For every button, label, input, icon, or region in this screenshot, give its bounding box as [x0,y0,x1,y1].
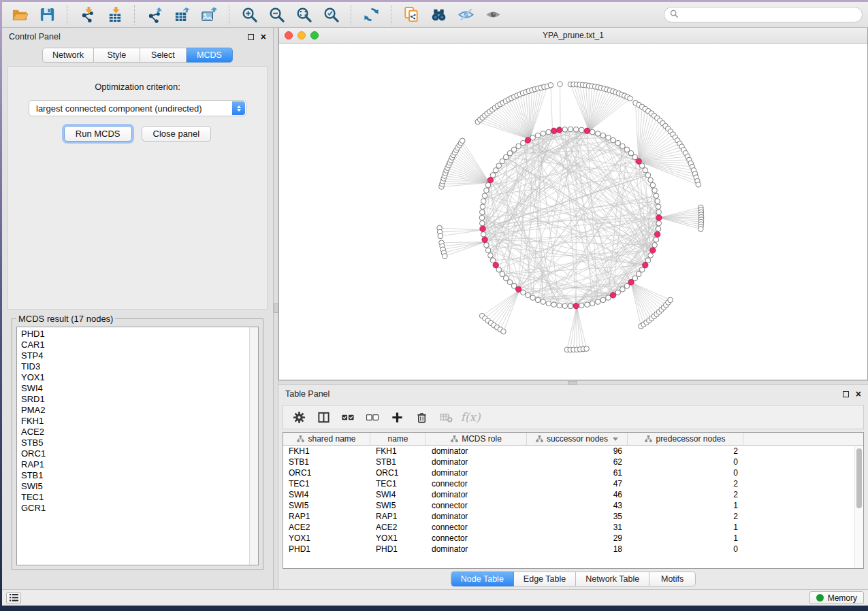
delete-table-icon[interactable] [438,410,453,424]
graph-node[interactable] [654,237,659,243]
table-scrollbar[interactable] [854,446,863,568]
graph-node[interactable] [668,297,673,303]
graph-node[interactable] [496,163,502,169]
graph-hub-node[interactable] [656,215,662,220]
graph-node[interactable] [541,131,546,137]
copy-style-icon[interactable] [399,4,423,26]
graph-node[interactable] [551,302,557,308]
graph-node[interactable] [482,193,487,199]
graph-node[interactable] [548,82,553,88]
search-input[interactable] [664,7,863,22]
graph-node[interactable] [568,303,573,309]
mcds-result-item[interactable]: TEC1 [21,492,258,503]
graph-node[interactable] [620,144,626,149]
graph-node[interactable] [480,220,485,226]
column-header-name[interactable]: name [370,433,426,445]
float-panel-icon[interactable] [843,391,849,397]
splitter-grip[interactable] [568,381,577,384]
graph-node[interactable] [615,290,621,295]
graph-node[interactable] [615,140,621,146]
graph-hub-node[interactable] [557,127,562,133]
graph-node[interactable] [503,276,509,281]
graph-node[interactable] [656,227,661,232]
table-row[interactable]: SWI4SWI4dominator462 [283,489,863,500]
graph-hub-node[interactable] [515,286,521,292]
graph-node[interactable] [628,150,634,156]
graph-node[interactable] [490,173,496,178]
graph-node[interactable] [501,329,507,334]
graph-node[interactable] [655,199,660,204]
delete-column-icon[interactable] [414,410,429,424]
graph-hub-node[interactable] [480,226,485,231]
graph-node[interactable] [516,144,521,149]
mcds-result-item[interactable]: STP4 [21,350,258,361]
zoom-fit-icon[interactable] [291,4,316,26]
close-panel-button[interactable]: Close panel [142,126,212,142]
export-image-icon[interactable] [197,4,221,26]
graph-node[interactable] [562,127,568,133]
mcds-result-item[interactable]: SRD1 [21,394,258,405]
show-all-icon[interactable] [481,4,505,26]
import-table-icon[interactable] [102,4,127,26]
close-panel-icon[interactable]: × [261,33,266,40]
graph-hub-node[interactable] [655,231,660,237]
vertical-splitter[interactable] [274,28,278,589]
zoom-out-icon[interactable] [264,4,289,26]
graph-node[interactable] [645,173,651,178]
table-row[interactable]: ACE2ACE2connector311 [283,522,863,533]
graph-node[interactable] [585,302,590,308]
tab-motifs[interactable]: Motifs [649,572,696,587]
graph-node[interactable] [648,178,654,183]
mcds-result-item[interactable]: PMA2 [21,405,258,416]
close-panel-icon[interactable]: × [856,391,861,397]
graph-node[interactable] [546,301,551,306]
table-row[interactable]: ORC1ORC1dominator610 [283,467,863,478]
graph-hub-node[interactable] [482,237,487,242]
table-row[interactable]: YOX1YOX1connector291 [283,533,863,544]
graph-node[interactable] [584,346,590,352]
graph-node[interactable] [648,253,654,259]
graph-node[interactable] [595,131,600,137]
export-table-icon[interactable] [170,4,194,26]
graph-hub-node[interactable] [636,159,641,164]
graph-node[interactable] [579,303,585,308]
graph-node[interactable] [656,220,662,226]
deselect-all-columns-icon[interactable] [365,410,380,424]
hide-selected-icon[interactable] [453,4,478,26]
graph-node[interactable] [443,254,448,259]
tab-mcds[interactable]: MCDS [187,48,233,63]
graph-node[interactable] [656,210,662,215]
mcds-result-item[interactable]: YOX1 [21,372,258,383]
graph-node[interactable] [481,199,487,204]
horizontal-splitter[interactable] [278,380,868,385]
graph-node[interactable] [600,133,606,138]
export-network-icon[interactable] [142,4,167,26]
graph-node[interactable] [488,253,494,259]
graph-node[interactable] [490,258,496,263]
import-network-icon[interactable] [75,4,99,26]
graph-node[interactable] [479,215,485,220]
graph-node[interactable] [696,182,701,188]
mcds-result-item[interactable]: RAP1 [21,459,258,470]
mcds-result-item[interactable]: GCR1 [21,503,258,514]
tab-select[interactable]: Select [140,48,187,63]
graph-hub-node[interactable] [584,128,590,133]
graph-hub-node[interactable] [643,263,648,268]
graph-node[interactable] [600,297,606,303]
mcds-result-item[interactable]: CAR1 [21,340,258,350]
network-window-titlebar[interactable]: YPA_prune.txt_1 [279,28,867,44]
graph-node[interactable] [628,96,633,101]
memory-button[interactable]: Memory [809,591,864,604]
graph-node[interactable] [503,154,509,160]
graph-node[interactable] [500,159,505,164]
zoom-in-icon[interactable] [237,4,261,26]
graph-node[interactable] [493,168,498,174]
criterion-select[interactable]: largest connected component (undirected) [29,100,246,116]
first-neighbors-icon[interactable] [426,4,451,26]
graph-node[interactable] [480,204,485,210]
graph-hub-node[interactable] [487,177,493,182]
graph-node[interactable] [557,303,562,308]
table-row[interactable]: TEC1TEC1connector472 [283,478,863,489]
mcds-result-item[interactable]: FKH1 [21,416,258,427]
graph-node[interactable] [460,138,465,144]
